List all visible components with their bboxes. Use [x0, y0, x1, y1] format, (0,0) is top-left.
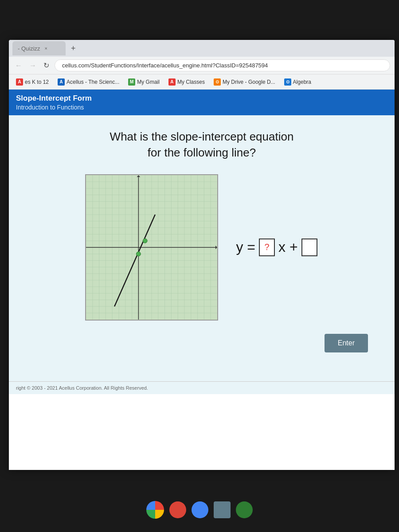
bookmark-myclasses[interactable]: A My Classes [165, 77, 208, 87]
taskbar-chrome-icon[interactable] [146, 501, 164, 519]
bookmark-myclasses-label: My Classes [177, 79, 205, 85]
refresh-button[interactable]: ↻ [42, 59, 51, 71]
tab-quizizz[interactable]: - Quizizz × [12, 41, 66, 55]
new-tab-button[interactable]: + [67, 44, 79, 53]
bookmark-gmail[interactable]: M My Gmail [125, 77, 163, 87]
footer-text: right © 2003 - 2021 Acellus Corporation.… [16, 385, 148, 391]
taskbar-icon-5[interactable] [236, 501, 253, 518]
enter-button[interactable]: Enter [325, 334, 368, 352]
acellus-header: Slope-Intercept Form Introduction to Fun… [9, 90, 395, 115]
bookmark-k12-label: es K to 12 [25, 79, 49, 85]
course-title: Slope-Intercept Form [16, 94, 387, 103]
acellus-icon: A [58, 78, 65, 86]
graph-container [85, 174, 218, 321]
acellus-footer: right © 2003 - 2021 Acellus Corporation.… [9, 381, 395, 394]
address-input[interactable] [55, 59, 390, 71]
bracket-intercept[interactable] [301, 239, 317, 256]
svg-point-46 [137, 252, 141, 256]
eq-y-equals: y = [236, 239, 255, 255]
content-area: What is the slope-intercept equationfor … [9, 115, 395, 381]
address-bar: ← → ↻ [9, 57, 395, 74]
graph-svg [86, 175, 217, 320]
myclasses-icon: A [168, 78, 176, 86]
tab-label: - Quizizz [18, 45, 40, 52]
graph-equation-row: y = ? x + [85, 174, 318, 321]
mydrive-icon: ⊙ [214, 78, 221, 86]
bookmark-algebra-label: Algebra [293, 79, 311, 85]
tab-close-icon[interactable]: × [45, 46, 47, 51]
back-button[interactable]: ← [13, 60, 24, 71]
browser-window: - Quizizz × + ← → ↻ A es K to 12 A Acell… [9, 40, 395, 470]
forward-button[interactable]: → [27, 60, 38, 71]
taskbar [146, 501, 253, 519]
algebra-icon: ⊙ [284, 78, 291, 86]
eq-x-plus: x + [278, 239, 298, 255]
bookmark-mydrive[interactable]: ⊙ My Drive - Google D... [210, 77, 279, 87]
bookmark-algebra[interactable]: ⊙ Algebra [281, 77, 315, 87]
taskbar-icon-2[interactable] [169, 501, 186, 518]
bookmarks-bar: A es K to 12 A Acellus - The Scienc... M… [9, 74, 395, 90]
question-text: What is the slope-intercept equationfor … [110, 129, 294, 161]
k12-icon: A [16, 78, 23, 86]
equation-display: y = ? x + [236, 239, 318, 256]
taskbar-icon-3[interactable] [192, 501, 208, 518]
taskbar-icon-4[interactable] [214, 501, 231, 518]
bookmark-acellus-label: Acellus - The Scienc... [66, 79, 119, 85]
enter-button-container: Enter [18, 334, 386, 352]
course-subtitle: Introduction to Functions [16, 104, 387, 111]
gmail-icon: M [128, 78, 135, 86]
bracket-slope[interactable]: ? [259, 239, 275, 256]
bookmark-gmail-label: My Gmail [137, 79, 160, 85]
bookmark-mydrive-label: My Drive - Google D... [223, 79, 275, 85]
equation-area: y = ? x + [236, 239, 318, 256]
bookmark-k12[interactable]: A es K to 12 [12, 77, 52, 87]
tab-bar: - Quizizz × + [9, 40, 395, 57]
bookmark-acellus[interactable]: A Acellus - The Scienc... [54, 77, 123, 87]
svg-point-47 [143, 239, 148, 243]
dark-bottom-bg [0, 461, 399, 532]
